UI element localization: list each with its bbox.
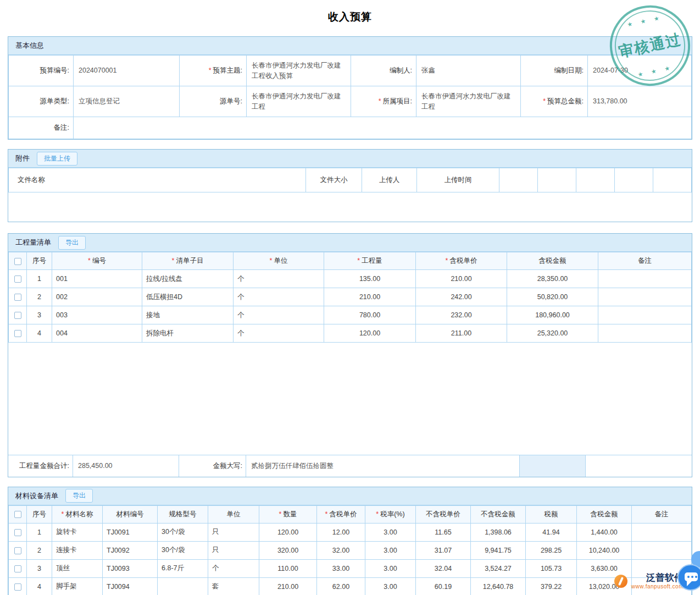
column-header: 含税金额 — [577, 505, 632, 523]
table-cell: 9,941.75 — [471, 541, 526, 559]
table-cell: 1,398.06 — [471, 523, 526, 541]
quantity-export-button[interactable]: 导出 — [58, 236, 86, 250]
table-cell: 拆除电杆 — [142, 324, 234, 343]
table-row: 3003接地个780.00232.00180,960.00 — [9, 306, 692, 324]
select-all-checkbox[interactable] — [14, 511, 21, 518]
basic-info-grid: 预算编号: 2024070001 *预算主题: 长春市伊通河水力发电厂改建工程收… — [8, 55, 692, 139]
basic-info-row: 备注: — [9, 117, 692, 139]
table-cell: 个 — [234, 288, 324, 306]
quantity-total-value: 285,450.00 — [73, 455, 179, 477]
checkbox-cell — [9, 306, 27, 324]
attachments-empty-area — [8, 192, 692, 222]
fanpusoft-logo-icon — [614, 575, 627, 588]
column-header: *工程量 — [324, 252, 416, 270]
table-cell: 3.00 — [365, 541, 416, 559]
total-amount-label: *预算总金额: — [521, 86, 588, 117]
table-cell: 1 — [27, 523, 52, 541]
column-header: 含税金额 — [507, 252, 598, 270]
column-header — [653, 168, 692, 192]
table-cell: 套 — [208, 577, 259, 595]
basic-info-section: 基本信息 预算编号: 2024070001 *预算主题: 长春市伊通河水力发电厂… — [8, 36, 692, 140]
table-cell: 30个/袋 — [158, 523, 208, 541]
table-cell: 242.00 — [416, 288, 507, 306]
basic-info-section-header: 基本信息 — [8, 37, 692, 55]
table-cell: 003 — [52, 306, 142, 324]
table-cell: TJ0091 — [103, 523, 158, 541]
column-header: *税率(%) — [365, 505, 416, 523]
chat-bubble-icon[interactable] — [677, 564, 700, 591]
quantity-table: 序号*编号*清单子目*单位*工程量*含税单价含税金额备注 1001拉线/拉线盘个… — [8, 252, 692, 455]
table-cell — [158, 577, 208, 595]
column-header: 不含税金额 — [471, 505, 526, 523]
table-cell: 个 — [234, 270, 324, 288]
table-cell: 50,820.00 — [507, 288, 598, 306]
required-mark: * — [88, 257, 91, 265]
table-cell: 6.8-7斤 — [158, 559, 208, 577]
source-no-label: 源单号: — [180, 86, 247, 117]
select-all-checkbox[interactable] — [14, 258, 21, 265]
column-header: 上传人 — [362, 168, 417, 192]
material-list-section: 材料设备清单 导出 序号*材料名称材料编号规格型号单位*数量*含税单价*税率(%… — [8, 487, 692, 595]
row-checkbox[interactable] — [14, 276, 21, 283]
required-mark: * — [62, 510, 64, 518]
required-mark: * — [379, 97, 381, 105]
required-mark: * — [357, 257, 360, 265]
column-header: 文件名称 — [9, 168, 306, 192]
quantity-list-title: 工程量清单 — [15, 238, 51, 247]
source-no-value: 长春市伊通河水力发电厂改建工程 — [247, 86, 351, 117]
quantity-total-label: 工程量金额合计: — [8, 455, 73, 477]
checkbox-cell — [9, 324, 27, 343]
table-cell: 拉线/拉线盘 — [142, 270, 234, 288]
checkbox-cell — [9, 270, 27, 288]
table-row: 2连接卡TJ009230个/袋只320.0032.003.0031.079,94… — [9, 541, 692, 559]
table-cell: 60.19 — [416, 577, 471, 595]
table-cell: 连接卡 — [52, 541, 103, 559]
table-cell: 4 — [27, 577, 52, 595]
table-cell: 110.00 — [259, 559, 317, 577]
row-checkbox[interactable] — [14, 529, 21, 536]
attachments-section: 附件 批量上传 文件名称文件大小上传人上传时间 — [8, 149, 692, 222]
row-checkbox[interactable] — [14, 547, 21, 554]
table-cell — [598, 288, 692, 306]
table-cell: TJ0094 — [103, 577, 158, 595]
table-cell: 32.00 — [317, 541, 365, 559]
table-cell: 只 — [208, 541, 259, 559]
row-checkbox[interactable] — [14, 583, 21, 591]
table-cell: 个 — [234, 306, 324, 324]
required-mark: * — [279, 510, 282, 518]
table-cell: 379.22 — [526, 577, 577, 595]
table-cell: 11.65 — [416, 523, 471, 541]
remark-label: 备注: — [9, 117, 74, 139]
basic-info-row: 预算编号: 2024070001 *预算主题: 长春市伊通河水力发电厂改建工程收… — [9, 56, 692, 86]
table-cell: 1,440.00 — [577, 523, 632, 541]
table-cell — [598, 270, 692, 288]
amount-words-label: 金额大写: — [179, 455, 246, 477]
subject-label: *预算主题: — [180, 56, 247, 86]
source-type-label: 源单类型: — [9, 86, 74, 117]
table-cell: 3,524.27 — [471, 559, 526, 577]
table-cell: 顶丝 — [52, 559, 103, 577]
author-label: 编制人: — [351, 56, 416, 86]
required-mark: * — [209, 67, 212, 74]
required-mark: * — [446, 257, 448, 265]
quantity-list-section-header: 工程量清单 导出 — [8, 234, 692, 252]
table-cell: 120.00 — [324, 324, 416, 343]
table-cell: 004 — [52, 324, 142, 343]
total-amount-value: 313,780.00 — [588, 86, 692, 117]
required-mark: * — [543, 97, 546, 105]
batch-upload-button[interactable]: 批量上传 — [37, 152, 77, 166]
table-cell: 210.00 — [259, 577, 317, 595]
row-checkbox[interactable] — [14, 330, 21, 337]
table-cell: 低压横担4D — [142, 288, 234, 306]
material-list-title: 材料设备清单 — [15, 491, 58, 501]
column-header: 规格型号 — [158, 505, 208, 523]
row-checkbox[interactable] — [14, 312, 21, 319]
column-header: *含税单价 — [416, 252, 507, 270]
row-checkbox[interactable] — [14, 565, 21, 572]
column-header: 备注 — [598, 252, 692, 270]
budget-no-value: 2024070001 — [74, 56, 180, 86]
table-cell: 211.00 — [416, 324, 507, 343]
material-export-button[interactable]: 导出 — [65, 489, 93, 503]
table-cell: 3 — [27, 559, 52, 577]
row-checkbox[interactable] — [14, 294, 21, 301]
